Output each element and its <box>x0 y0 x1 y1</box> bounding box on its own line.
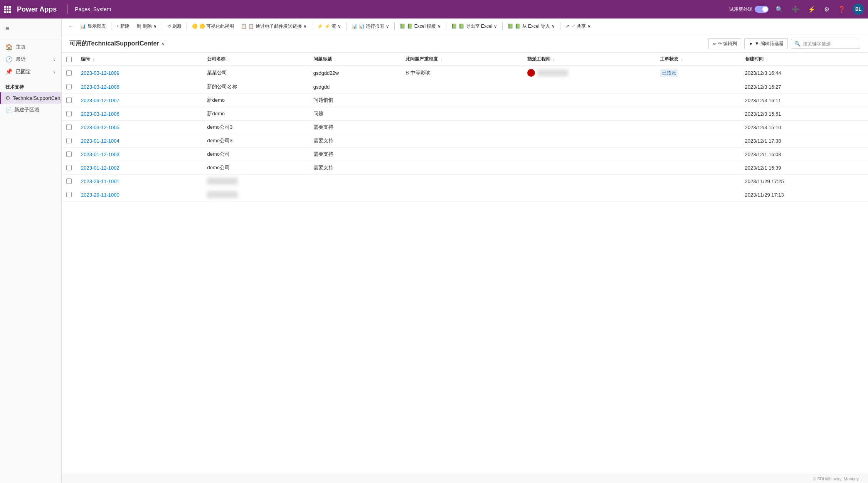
row-engineer <box>523 94 655 107</box>
row-severity <box>401 188 523 202</box>
row-status <box>655 107 740 121</box>
footer-copyright: © SDH@Lucky_Monkey... <box>813 476 862 481</box>
sidebar-item-new-subzone[interactable]: 📄 新建子区域 <box>0 104 61 116</box>
row-company: 新的公司名称 <box>202 80 308 94</box>
row-id-link[interactable]: 2023-01-12-1002 <box>81 165 119 171</box>
email-link-button[interactable]: 📋 📋 通过电子邮件发送链接 ∨ <box>238 22 310 31</box>
search-filter-box[interactable]: 🔍 <box>791 39 860 49</box>
import-excel-button[interactable]: 📗 📗 从 Excel 导入 ∨ <box>505 22 558 31</box>
row-checkbox[interactable] <box>66 192 72 197</box>
col-severity-header[interactable]: 此问题严重程度 ↓ <box>401 53 523 66</box>
col-company-header[interactable]: 公司名称 ↓ <box>202 53 308 66</box>
row-created: 2023/11/29 17:25 <box>740 175 868 188</box>
export-excel-button[interactable]: 📗 📗 导出至 Excel ∨ <box>448 22 500 31</box>
row-created: 2023/12/3 16:27 <box>740 80 868 94</box>
toggle-switch[interactable] <box>755 6 769 13</box>
row-engineer <box>523 175 655 188</box>
share-button[interactable]: ↗ ↗ 共享 ∨ <box>562 22 594 31</box>
tech-support-icon: ⚙ <box>5 95 10 101</box>
sidebar-item-pinned[interactable]: 📌 已固定 ∨ <box>0 66 61 78</box>
excel-template-button[interactable]: 📗 📗 Excel 模板 ∨ <box>397 22 444 31</box>
row-checkbox[interactable] <box>66 138 72 143</box>
help-icon[interactable]: ❓ <box>836 4 847 15</box>
sidebar-menu-button[interactable]: ≡ <box>0 22 61 36</box>
edit-filters-button[interactable]: ▼ ▼ 编辑筛选器 <box>744 38 788 49</box>
row-checkbox[interactable] <box>66 70 72 76</box>
row-id-link[interactable]: 2023-29-11-1000 <box>81 192 119 198</box>
footer-bar: © SDH@Lucky_Monkey... <box>62 474 868 483</box>
col-engineer-header[interactable]: 指派工程师 ↓ <box>523 53 655 66</box>
back-button[interactable]: ← <box>66 21 76 32</box>
sidebar-new-subzone-label: 新建子区域 <box>14 106 39 113</box>
row-id-link[interactable]: 2023-03-12-1009 <box>81 70 119 76</box>
share-chevron-icon: ∨ <box>587 24 591 29</box>
row-checkbox[interactable] <box>66 151 72 157</box>
heading-chevron-icon[interactable]: ∨ <box>161 41 165 47</box>
search-filter-icon: 🔍 <box>794 41 801 47</box>
sidebar-item-tech-support[interactable]: ⚙ TechnicalSupportCen... <box>0 92 61 104</box>
row-checkbox[interactable] <box>66 111 72 116</box>
refresh-button[interactable]: ↺ 刷新 <box>164 22 185 31</box>
show-chart-button[interactable]: 📊 显示图表 <box>77 22 109 31</box>
visualize-button[interactable]: 🟡 🟡 可视化此视图 <box>189 22 237 31</box>
row-checkbox[interactable] <box>66 165 72 170</box>
row-id-link[interactable]: 2023-01-12-1003 <box>81 151 119 157</box>
page-title-nav: Pages_System <box>75 6 111 12</box>
row-checkbox[interactable] <box>66 98 72 103</box>
row-company: demo公司3 <box>202 134 308 148</box>
col-status-header[interactable]: 工单状态 ↓ <box>655 53 740 66</box>
filter-icon[interactable]: ⚡ <box>806 4 817 15</box>
row-company: demo公司3 <box>202 121 308 134</box>
row-status <box>655 134 740 148</box>
row-checkbox[interactable] <box>66 125 72 130</box>
row-id-link[interactable]: 2023-01-12-1004 <box>81 138 119 144</box>
new-button[interactable]: + 新建 <box>113 22 133 31</box>
row-id-link[interactable]: 2023-03-12-1008 <box>81 84 119 90</box>
flow-icon: ⚡ <box>317 24 323 29</box>
sidebar-item-recent[interactable]: 🕐 最近 ∨ <box>0 53 61 66</box>
search-filter-input[interactable] <box>803 41 857 47</box>
sidebar-section-title: 技术支持 <box>0 79 61 92</box>
col-id-header[interactable]: 编号 ↓ <box>76 53 202 66</box>
row-severity <box>401 161 523 175</box>
sidebar-item-home[interactable]: 🏠 主页 <box>0 41 61 53</box>
search-icon[interactable]: 🔍 <box>774 4 785 15</box>
sidebar-pinned-label: 已固定 <box>16 68 31 75</box>
edit-filters-label: ▼ 编辑筛选器 <box>755 40 784 47</box>
row-id-link[interactable]: 2023-03-12-1005 <box>81 125 119 130</box>
sidebar-tech-support-label: TechnicalSupportCen... <box>13 95 62 101</box>
row-status <box>655 80 740 94</box>
visualize-label: 🟡 可视化此视图 <box>199 23 234 30</box>
email-chevron-icon: ∨ <box>303 24 307 29</box>
table-row: 2023-03-12-1007新demo问题悄悄2023/12/3 16:11 <box>62 94 868 107</box>
row-id-link[interactable]: 2023-03-12-1006 <box>81 111 119 117</box>
try-new-toggle[interactable]: 试用新外观 <box>729 6 769 13</box>
add-icon[interactable]: ➕ <box>790 4 801 15</box>
row-id-link[interactable]: 2023-29-11-1001 <box>81 178 119 184</box>
row-checkbox[interactable] <box>66 84 72 89</box>
delete-button[interactable]: 删 删除 ∨ <box>133 22 160 31</box>
row-created: 2023/12/3 16:11 <box>740 94 868 107</box>
refresh-label: ↺ 刷新 <box>167 23 182 30</box>
run-report-button[interactable]: 📊 📊 运行报表 ∨ <box>348 22 392 31</box>
edit-columns-button[interactable]: ✏ ✏ 编辑列 <box>708 38 741 49</box>
row-checkbox[interactable] <box>66 178 72 184</box>
row-id-link[interactable]: 2023-03-12-1007 <box>81 98 119 103</box>
row-engineer <box>523 80 655 94</box>
waffle-menu-icon[interactable] <box>4 5 13 14</box>
col-created-header[interactable]: 创建时间 ↓ <box>740 53 868 66</box>
home-icon: 🏠 <box>5 44 13 50</box>
select-all-checkbox[interactable] <box>66 57 72 62</box>
row-engineer <box>523 134 655 148</box>
settings-icon[interactable]: ⚙ <box>823 4 831 15</box>
row-topic: gsdgdd22w <box>309 66 401 80</box>
col-status-label: 工单状态 <box>660 56 678 62</box>
row-severity: B-中等影响 <box>401 66 523 80</box>
row-severity <box>401 80 523 94</box>
user-avatar[interactable]: BL <box>853 3 864 15</box>
flow-button[interactable]: ⚡ ⚡ 流 ∨ <box>314 22 344 31</box>
row-engineer <box>523 121 655 134</box>
col-topic-header[interactable]: 问题标题 ↓ <box>309 53 401 66</box>
pinned-chevron-icon: ∨ <box>53 69 56 74</box>
recent-chevron-icon: ∨ <box>53 57 56 62</box>
